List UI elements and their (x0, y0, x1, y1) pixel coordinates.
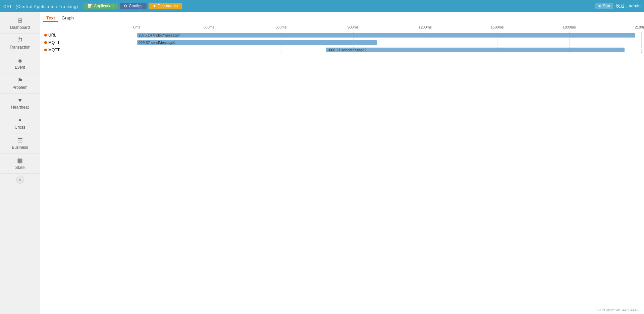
sidebar-item-business[interactable]: ☰ Business (0, 133, 40, 153)
transaction-icon: ⏱ (17, 37, 23, 44)
sidebar-label-event: Event (15, 65, 25, 70)
sidebar-item-heartbeat[interactable]: ♥ Heartbeat (0, 93, 40, 113)
trace-bar-1[interactable]: 999.57 sendMessage1 (137, 40, 377, 45)
header: CAT (Central Application Tracking) 📊 App… (0, 0, 644, 12)
chart-icon: 📊 (88, 4, 93, 8)
configs-label: Configs (129, 4, 143, 8)
sidebar-label-cross: Cross (15, 125, 25, 130)
sidebar-toggle[interactable]: « (16, 176, 24, 184)
time-label-1500ms: 1500ms (491, 25, 504, 29)
sidebar-item-event[interactable]: ◈ Event (0, 53, 40, 73)
row-type-0: URL (48, 33, 56, 38)
sidebar-label-problem: Problem (12, 85, 28, 90)
trace-bar-2[interactable]: 1006.21 sendMessage2 (326, 48, 625, 52)
configs-icon: ⚙ (124, 4, 127, 8)
documents-icon: ★ (153, 4, 156, 8)
event-icon: ◈ (18, 57, 22, 64)
cat-label: CAT (3, 4, 12, 9)
header-right: ★ Star 欢迎，admin (595, 3, 641, 9)
sidebar-item-cross[interactable]: ✦ Cross (0, 113, 40, 133)
tab-text[interactable]: Text (43, 15, 58, 22)
application-button[interactable]: 📊 Application (84, 3, 118, 9)
header-nav: 📊 Application ⚙ Configs ★ Documents (84, 3, 182, 9)
time-label-900ms: 900ms (347, 25, 359, 29)
time-label-0ms: 0ms (133, 25, 141, 29)
time-label-2100ms: 2100ms (635, 25, 644, 29)
timeline-area-1: 999.57 sendMessage1 (137, 39, 641, 46)
footer-text: CSDN @weixin_44264445_ (595, 308, 641, 312)
app-title: CAT (Central Application Tracking) (3, 3, 78, 9)
trace-row-0: URL2075.14 /index/message/ (43, 32, 641, 39)
state-icon: ▦ (17, 157, 23, 164)
time-label-600ms: 600ms (275, 25, 286, 29)
row-label-2: MQTT (43, 48, 137, 52)
cross-icon: ✦ (17, 117, 22, 124)
sidebar-item-problem[interactable]: ⚑ Problem (0, 73, 40, 93)
sidebar-item-state[interactable]: ▦ State (0, 153, 40, 174)
row-dot-0 (44, 34, 47, 37)
grid-line-2100ms (641, 32, 642, 53)
star-button[interactable]: ★ Star (595, 3, 613, 9)
row-label-1: MQTT (43, 40, 137, 45)
dashboard-icon: ⊞ (17, 17, 22, 24)
star-icon: ★ (598, 4, 602, 8)
time-label-1800ms: 1800ms (563, 25, 576, 29)
tab-graph[interactable]: Graph (58, 15, 77, 22)
business-icon: ☰ (17, 137, 23, 144)
problem-icon: ⚑ (17, 77, 23, 84)
row-label-0: URL (43, 33, 137, 38)
sidebar-label-heartbeat: Heartbeat (11, 105, 29, 110)
row-dot-1 (44, 41, 47, 44)
app-subtitle: (Central Application Tracking) (15, 4, 78, 9)
waterfall-wrapper: URL2075.14 /index/message/MQTT999.57 sen… (43, 32, 641, 53)
user-label: 欢迎，admin (616, 3, 641, 9)
trace-bar-0[interactable]: 2075.14 /index/message/ (137, 33, 635, 38)
sidebar-label-business: Business (12, 145, 28, 150)
timeline-header: 0ms300ms600ms900ms1200ms1500ms1800ms2100… (137, 25, 641, 31)
sidebar-item-dashboard[interactable]: ⊞ Dashboard (0, 13, 40, 34)
timeline-area-2: 1006.21 sendMessage2 (137, 47, 641, 53)
row-dot-2 (44, 49, 47, 51)
row-type-2: MQTT (48, 48, 60, 52)
sidebar-label-dashboard: Dashboard (10, 25, 30, 30)
documents-label: Documents (158, 4, 178, 8)
sidebar-label-state: State (15, 165, 24, 170)
row-type-1: MQTT (48, 40, 60, 45)
sidebar-label-transaction: Transaction (9, 45, 30, 50)
time-label-300ms: 300ms (203, 25, 214, 29)
application-label: Application (94, 4, 114, 8)
heartbeat-icon: ♥ (18, 97, 22, 104)
trace-container: 0ms300ms600ms900ms1200ms1500ms1800ms2100… (43, 25, 641, 53)
trace-row-2: MQTT1006.21 sendMessage2 (43, 47, 641, 53)
trace-row-1: MQTT999.57 sendMessage1 (43, 39, 641, 46)
time-label-1200ms: 1200ms (419, 25, 432, 29)
documents-button[interactable]: ★ Documents (149, 3, 182, 9)
layout: ⊞ Dashboard ⏱ Transaction ◈ Event ⚑ Prob… (0, 12, 644, 314)
configs-button[interactable]: ⚙ Configs (120, 3, 147, 9)
star-label: Star (603, 4, 610, 8)
timeline-area-0: 2075.14 /index/message/ (137, 32, 641, 39)
sidebar: ⊞ Dashboard ⏱ Transaction ◈ Event ⚑ Prob… (0, 12, 40, 314)
main-content: TextGraph 0ms300ms600ms900ms1200ms1500ms… (40, 12, 644, 314)
sidebar-item-transaction[interactable]: ⏱ Transaction (0, 34, 40, 53)
footer-note: CSDN @weixin_44264445_ (595, 308, 641, 312)
tabs: TextGraph (43, 15, 641, 22)
